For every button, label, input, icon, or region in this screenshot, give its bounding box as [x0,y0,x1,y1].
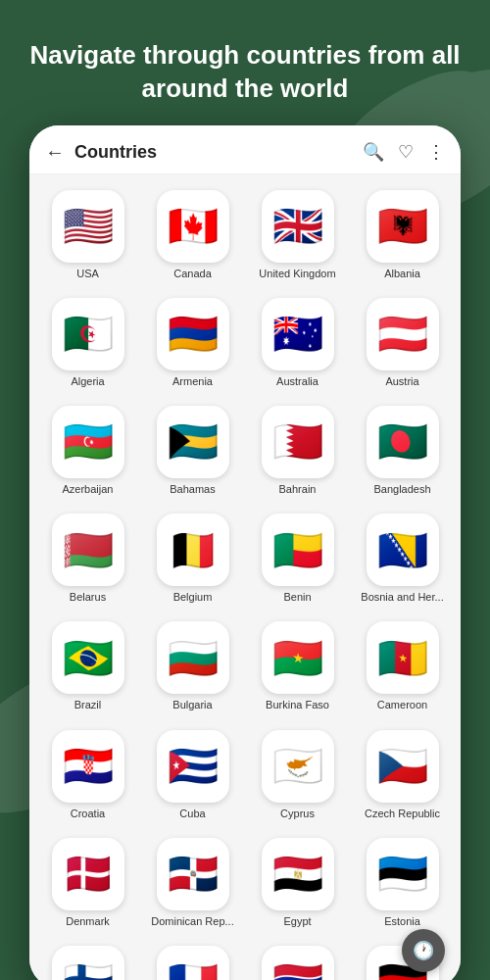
app-header: ← Countries 🔍 ♡ ⋮ [29,125,461,174]
flag-icon: 🇧🇷 [52,621,124,694]
flag-icon: 🇧🇩 [367,406,439,478]
country-item[interactable]: 🇨🇾Cyprus [247,724,348,828]
scroll-to-top-button[interactable]: 🕐 [402,929,445,972]
country-name: Estonia [384,915,420,928]
country-name: USA [76,268,99,280]
country-name: Armenia [172,375,213,388]
flag-icon: 🇦🇱 [367,190,439,263]
country-item[interactable]: 🇧🇫Burkina Faso [247,615,348,719]
country-name: Bangladesh [373,483,430,496]
country-name: Albania [384,268,420,280]
flag-icon: 🇦🇲 [157,298,229,370]
country-name: Cameroon [377,699,427,711]
country-item[interactable]: 🇧🇭Bahrain [247,400,348,504]
country-name: Egypt [283,915,311,928]
country-item[interactable]: 🇧🇷Brazil [37,615,138,719]
country-item[interactable]: 🇩🇴Dominican Rep... [142,832,243,936]
flag-icon: 🇩🇿 [52,298,124,370]
country-name: Belgium [173,591,213,604]
phone-container: ← Countries 🔍 ♡ ⋮ 🇺🇸USA🇨🇦Canada🇬🇧United … [29,125,461,980]
flag-icon: 🇫🇮 [52,946,124,980]
country-item[interactable]: 🇺🇸USA [37,184,138,288]
country-item[interactable]: 🇦🇲Armenia [142,292,243,396]
country-name: Canada [173,268,212,280]
flag-icon: 🇧🇫 [262,621,334,694]
country-item[interactable]: 🇨🇺Cuba [142,724,243,828]
country-name: Cyprus [280,808,315,820]
header-icons: 🔍 ♡ ⋮ [363,141,445,163]
country-item[interactable]: 🇦🇺Australia [247,292,348,396]
country-name: Australia [276,375,318,388]
flag-icon: 🇬🇧 [262,190,334,263]
flag-icon: 🇨🇺 [157,730,229,803]
favorites-icon[interactable]: ♡ [398,141,414,163]
country-name: Benin [283,591,311,604]
country-item[interactable]: 🇧🇬Bulgaria [142,615,243,719]
flag-icon: 🇧🇾 [52,514,124,586]
country-item[interactable]: 🇩🇿Algeria [37,292,138,396]
country-item[interactable]: 🇦🇱Albania [352,184,453,288]
country-item[interactable]: 🇨🇿Czech Republic [352,724,453,828]
country-name: Bahamas [170,483,215,496]
country-name: Czech Republic [365,808,440,820]
country-name: Azerbaijan [63,483,114,496]
country-item[interactable]: 🇨🇲Cameroon [352,615,453,719]
country-name: United Kingdom [259,268,335,280]
flag-icon: 🇦🇿 [52,406,124,478]
country-item[interactable]: 🇧🇸Bahamas [142,400,243,504]
flag-icon: 🇧🇸 [157,406,229,478]
country-item[interactable]: 🇬🇧United Kingdom [247,184,348,288]
country-item[interactable]: 🇦🇿Azerbaijan [37,400,138,504]
flag-icon: 🇧🇬 [157,621,229,694]
flag-icon: 🇬🇲 [262,946,334,980]
country-item[interactable]: 🇫🇷France [142,940,243,980]
back-button[interactable]: ← [45,141,65,164]
countries-grid: 🇺🇸USA🇨🇦Canada🇬🇧United Kingdom🇦🇱Albania🇩🇿… [29,174,461,980]
country-name: Bosnia and Her... [361,591,443,604]
country-item[interactable]: 🇪🇬Egypt [247,832,348,936]
country-item[interactable]: 🇧🇯Benin [247,508,348,612]
flag-icon: 🇫🇷 [157,946,229,980]
country-item[interactable]: 🇫🇮Finland [37,940,138,980]
flag-icon: 🇺🇸 [52,190,124,263]
app-title: Countries [74,142,363,163]
country-name: Bahrain [279,483,317,496]
country-name: Croatia [71,808,105,820]
flag-icon: 🇪🇬 [262,838,334,910]
country-name: Brazil [74,699,102,711]
country-name: Austria [385,375,418,388]
country-name: Denmark [66,915,110,928]
flag-icon: 🇭🇷 [52,730,124,803]
more-icon[interactable]: ⋮ [427,141,445,163]
country-name: Bulgaria [172,699,212,711]
country-name: Belarus [70,591,106,604]
country-item[interactable]: 🇦🇹Austria [352,292,453,396]
flag-icon: 🇧🇪 [157,514,229,586]
country-item[interactable]: 🇪🇪Estonia [352,832,453,936]
flag-icon: 🇧🇯 [262,514,334,586]
country-item[interactable]: 🇧🇦Bosnia and Her... [352,508,453,612]
country-name: Cuba [179,808,205,820]
flag-icon: 🇨🇾 [262,730,334,803]
country-item[interactable]: 🇧🇾Belarus [37,508,138,612]
flag-icon: 🇨🇿 [367,730,439,803]
search-icon[interactable]: 🔍 [363,141,384,163]
country-name: Dominican Rep... [151,915,233,928]
flag-icon: 🇪🇪 [367,838,439,910]
flag-icon: 🇦🇹 [367,298,439,370]
country-item[interactable]: 🇧🇪Belgium [142,508,243,612]
country-item[interactable]: 🇭🇷Croatia [37,724,138,828]
country-name: Algeria [71,375,104,388]
flag-icon: 🇨🇲 [367,621,439,694]
country-name: Burkina Faso [266,699,329,711]
flag-icon: 🇩🇴 [157,838,229,910]
country-item[interactable]: 🇨🇦Canada [142,184,243,288]
country-item[interactable]: 🇬🇲Gambia [247,940,348,980]
country-item[interactable]: 🇧🇩Bangladesh [352,400,453,504]
flag-icon: 🇧🇭 [262,406,334,478]
flag-icon: 🇩🇰 [52,838,124,910]
country-item[interactable]: 🇩🇰Denmark [37,832,138,936]
flag-icon: 🇧🇦 [367,514,439,586]
flag-icon: 🇦🇺 [262,298,334,370]
page-header-title: Navigate through countries from all arou… [0,0,490,125]
